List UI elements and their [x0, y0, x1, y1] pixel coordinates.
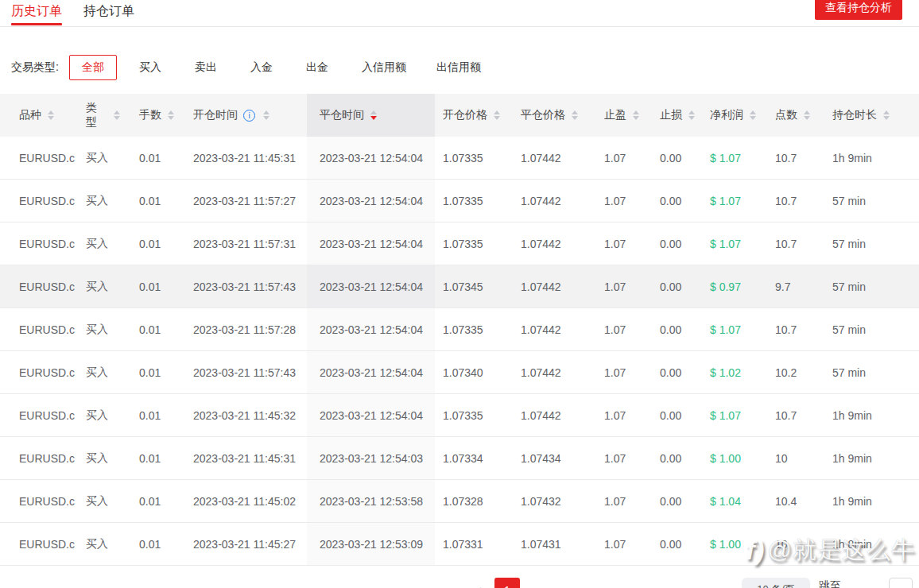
cell-open-time: 2023-03-21 11:57:31 [174, 222, 307, 265]
column-header-close-time[interactable]: 平仓时间 [307, 94, 435, 137]
cell-points: 10.4 [767, 480, 824, 522]
cell-open-price: 1.07335 [435, 180, 513, 222]
cell-duration: 57 min [824, 308, 919, 350]
sort-icon[interactable] [494, 110, 500, 120]
cell-type: 买入 [67, 308, 120, 350]
cell-close-time: 2023-03-21 12:53:09 [307, 523, 435, 565]
pagination-prev-icon[interactable]: ‹ [471, 577, 487, 588]
column-header-close-price[interactable]: 平仓价格 [513, 94, 596, 137]
column-header-stop-loss[interactable]: 止损 [652, 94, 702, 137]
filter-option-all[interactable]: 全部 [69, 55, 117, 80]
column-header-open-time[interactable]: 开仓时间 i [174, 94, 307, 137]
sort-icon[interactable] [883, 110, 890, 120]
cell-symbol: EURUSD.c [0, 180, 67, 222]
table-row[interactable]: EURUSD.c 买入 0.01 2023-03-21 11:45:31 202… [0, 437, 919, 480]
sort-icon[interactable] [48, 110, 54, 120]
cell-lots: 0.01 [120, 480, 174, 522]
sort-icon[interactable] [572, 110, 578, 120]
cell-type: 买入 [67, 394, 120, 436]
column-header-open-price[interactable]: 开仓价格 [435, 94, 513, 137]
cell-take-profit: 1.07 [596, 480, 652, 522]
cell-lots: 0.01 [120, 437, 174, 479]
table-row[interactable]: EURUSD.c 买入 0.01 2023-03-21 11:57:43 202… [0, 351, 919, 394]
active-tab-underline [11, 23, 62, 25]
sort-desc-icon[interactable] [370, 110, 377, 120]
cell-close-price: 1.07432 [513, 480, 596, 522]
column-header-lots[interactable]: 手数 [120, 94, 174, 137]
sort-icon[interactable] [263, 110, 269, 120]
sort-icon[interactable] [168, 110, 174, 120]
cell-open-time: 2023-03-21 11:45:31 [174, 437, 307, 479]
cell-open-time: 2023-03-21 11:45:31 [174, 137, 307, 179]
filter-option-sell[interactable]: 卖出 [195, 60, 217, 75]
jump-to-input[interactable] [889, 578, 913, 588]
cell-type: 买入 [67, 480, 120, 522]
cell-close-price: 1.07442 [513, 308, 596, 350]
filter-option-credit-out[interactable]: 出信用额 [436, 60, 481, 75]
cell-stop-loss: 0.00 [652, 394, 702, 436]
cell-stop-loss: 0.00 [652, 437, 702, 479]
cell-lots: 0.01 [120, 222, 174, 265]
cell-symbol: EURUSD.c [0, 351, 67, 393]
cell-duration: 57 min [824, 351, 919, 393]
column-header-duration[interactable]: 持仓时长 [824, 94, 919, 137]
cell-open-price: 1.07345 [435, 265, 513, 308]
cell-lots: 0.01 [120, 180, 174, 222]
cell-open-time: 2023-03-21 11:45:27 [174, 523, 307, 565]
cell-open-time: 2023-03-21 11:45:32 [174, 394, 307, 436]
table-row[interactable]: EURUSD.c 买入 0.01 2023-03-21 11:57:27 202… [0, 180, 919, 222]
sort-icon[interactable] [633, 110, 639, 120]
cell-close-time: 2023-03-21 12:54:04 [307, 180, 435, 222]
pagination-page-1[interactable]: 1 [494, 578, 520, 588]
cell-symbol: EURUSD.c [0, 308, 67, 350]
cell-close-time: 2023-03-21 12:54:04 [307, 308, 435, 350]
sort-icon[interactable] [804, 110, 810, 120]
cell-net-profit: $ 0.97 [702, 265, 767, 308]
column-header-points[interactable]: 点数 [767, 94, 824, 137]
table-row[interactable]: EURUSD.c 买入 0.01 2023-03-21 11:45:27 202… [0, 523, 919, 566]
page-size-select[interactable]: 10 条/页 [742, 578, 810, 588]
tab-history-orders[interactable]: 历史订单 [11, 2, 62, 21]
tab-open-orders[interactable]: 持仓订单 [83, 2, 134, 21]
sort-icon[interactable] [750, 110, 756, 120]
cell-duration: 57 min [824, 265, 919, 308]
cell-lots: 0.01 [120, 523, 174, 565]
table-row[interactable]: EURUSD.c 买入 0.01 2023-03-21 11:57:43 202… [0, 265, 919, 308]
sort-icon[interactable] [688, 110, 695, 120]
trade-type-label: 交易类型: [11, 60, 59, 75]
cell-close-time: 2023-03-21 12:54:03 [307, 437, 435, 479]
filter-option-deposit[interactable]: 入金 [250, 60, 273, 75]
info-icon[interactable]: i [243, 110, 255, 122]
cell-close-time: 2023-03-21 12:54:04 [307, 351, 435, 393]
column-header-symbol[interactable]: 品种 [0, 94, 67, 137]
filter-option-credit-in[interactable]: 入信用额 [362, 60, 406, 75]
table-row[interactable]: EURUSD.c 买入 0.01 2023-03-21 11:57:31 202… [0, 222, 919, 265]
cell-open-price: 1.07340 [435, 351, 513, 393]
cell-points: 10.2 [767, 351, 824, 393]
table-row[interactable]: EURUSD.c 买入 0.01 2023-03-21 11:45:32 202… [0, 394, 919, 437]
cell-take-profit: 1.07 [596, 137, 652, 179]
cell-net-profit: $ 1.00 [702, 437, 767, 479]
cell-net-profit: $ 1.07 [702, 308, 767, 350]
cell-points: 10.7 [767, 222, 824, 265]
cell-net-profit: $ 1.00 [702, 523, 767, 565]
tab-open-orders-label: 持仓订单 [83, 4, 134, 17]
filter-option-buy[interactable]: 买入 [139, 60, 161, 75]
cell-take-profit: 1.07 [596, 394, 652, 436]
column-header-take-profit[interactable]: 止盈 [596, 94, 652, 137]
cell-open-price: 1.07335 [435, 394, 513, 436]
table-header-row: 品种 类型 手数 开仓时间 i 平仓时间 开仓价格 [0, 94, 919, 137]
table-row[interactable]: EURUSD.c 买入 0.01 2023-03-21 11:45:31 202… [0, 137, 919, 180]
cell-symbol: EURUSD.c [0, 137, 67, 179]
table-row[interactable]: EURUSD.c 买入 0.01 2023-03-21 11:57:28 202… [0, 308, 919, 351]
sort-icon[interactable] [114, 110, 120, 120]
column-header-net-profit[interactable]: 净利润 [702, 94, 767, 137]
cell-stop-loss: 0.00 [652, 137, 702, 179]
cell-duration: 57 min [824, 222, 919, 265]
column-header-type[interactable]: 类型 [67, 94, 120, 137]
cell-points: 9.7 [767, 265, 824, 308]
table-row[interactable]: EURUSD.c 买入 0.01 2023-03-21 11:45:02 202… [0, 480, 919, 523]
view-position-analysis-button[interactable]: 查看持仓分析 [815, 0, 902, 20]
cell-net-profit: $ 1.07 [702, 394, 767, 436]
filter-option-withdrawal[interactable]: 出金 [306, 60, 328, 75]
